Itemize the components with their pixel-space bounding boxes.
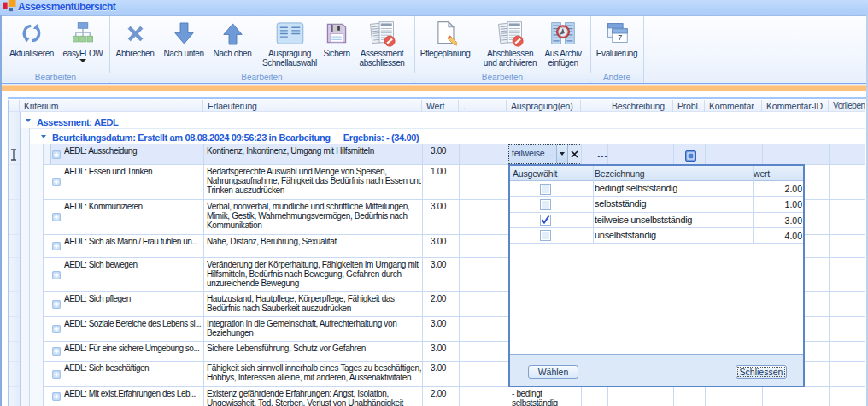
svg-text:7: 7 xyxy=(618,32,622,42)
